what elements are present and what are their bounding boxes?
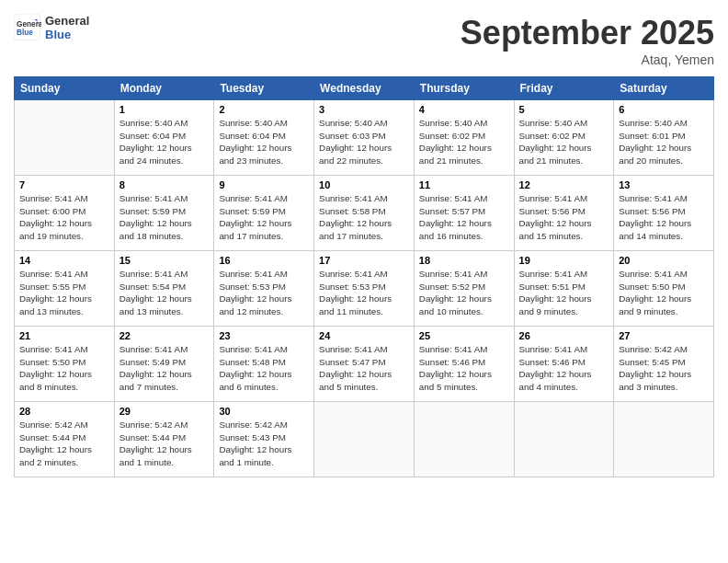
calendar-cell [614,402,714,477]
calendar-cell: 14Sunrise: 5:41 AMSunset: 5:55 PMDayligh… [15,251,115,327]
calendar-cell: 13Sunrise: 5:41 AMSunset: 5:56 PMDayligh… [614,176,714,251]
day-info: Sunrise: 5:41 AMSunset: 5:57 PMDaylight:… [419,192,509,243]
calendar-cell: 19Sunrise: 5:41 AMSunset: 5:51 PMDayligh… [514,251,614,327]
day-info: Sunrise: 5:41 AMSunset: 5:48 PMDaylight:… [219,343,309,394]
day-number: 20 [619,255,709,266]
day-number: 5 [519,104,609,115]
calendar-cell: 10Sunrise: 5:41 AMSunset: 5:58 PMDayligh… [314,176,415,251]
calendar-cell: 29Sunrise: 5:42 AMSunset: 5:44 PMDayligh… [114,402,214,477]
calendar-cell [314,402,415,477]
page-header: General Blue General Blue September 2025… [14,14,714,67]
day-number: 11 [419,179,509,190]
day-info: Sunrise: 5:41 AMSunset: 5:56 PMDaylight:… [619,192,709,243]
day-number: 29 [119,406,210,417]
svg-text:General: General [17,20,41,29]
calendar-cell: 5Sunrise: 5:40 AMSunset: 6:02 PMDaylight… [514,100,614,176]
day-info: Sunrise: 5:40 AMSunset: 6:02 PMDaylight:… [419,117,509,167]
day-number: 28 [19,406,109,417]
day-number: 19 [519,255,609,266]
day-number: 8 [119,179,210,190]
day-number: 17 [319,255,409,266]
calendar-cell [514,402,614,477]
calendar-cell: 8Sunrise: 5:41 AMSunset: 5:59 PMDaylight… [114,176,214,251]
day-number: 7 [19,179,109,190]
day-number: 9 [219,179,309,190]
day-info: Sunrise: 5:40 AMSunset: 6:04 PMDaylight:… [219,117,309,167]
day-number: 22 [119,330,210,341]
calendar-cell: 20Sunrise: 5:41 AMSunset: 5:50 PMDayligh… [614,251,714,327]
calendar-cell: 22Sunrise: 5:41 AMSunset: 5:49 PMDayligh… [114,327,214,402]
day-info: Sunrise: 5:42 AMSunset: 5:45 PMDaylight:… [619,343,709,394]
month-title: September 2025 [461,14,714,52]
calendar-cell: 18Sunrise: 5:41 AMSunset: 5:52 PMDayligh… [414,251,514,327]
weekday-header-thursday: Thursday [414,77,514,100]
calendar-table: SundayMondayTuesdayWednesdayThursdayFrid… [14,76,714,477]
day-info: Sunrise: 5:41 AMSunset: 5:50 PMDaylight:… [19,343,109,394]
calendar-cell: 25Sunrise: 5:41 AMSunset: 5:46 PMDayligh… [414,327,514,402]
day-info: Sunrise: 5:41 AMSunset: 5:54 PMDaylight:… [119,268,210,318]
day-info: Sunrise: 5:40 AMSunset: 6:01 PMDaylight:… [619,117,709,167]
day-number: 13 [619,179,709,190]
day-info: Sunrise: 5:41 AMSunset: 5:53 PMDaylight:… [319,268,409,318]
calendar-cell: 30Sunrise: 5:42 AMSunset: 5:43 PMDayligh… [214,402,314,477]
day-number: 21 [19,330,109,341]
calendar-week-4: 21Sunrise: 5:41 AMSunset: 5:50 PMDayligh… [15,327,714,402]
day-number: 10 [319,179,409,190]
day-number: 2 [219,104,309,115]
day-info: Sunrise: 5:41 AMSunset: 5:52 PMDaylight:… [419,268,509,318]
day-number: 1 [119,104,210,115]
calendar-cell: 6Sunrise: 5:40 AMSunset: 6:01 PMDaylight… [614,100,714,176]
calendar-cell: 2Sunrise: 5:40 AMSunset: 6:04 PMDaylight… [214,100,314,176]
day-number: 25 [419,330,509,341]
calendar-week-2: 7Sunrise: 5:41 AMSunset: 6:00 PMDaylight… [15,176,714,251]
location: Ataq, Yemen [461,52,714,67]
day-info: Sunrise: 5:40 AMSunset: 6:04 PMDaylight:… [119,117,210,167]
day-info: Sunrise: 5:41 AMSunset: 5:58 PMDaylight:… [319,192,409,243]
calendar-cell: 24Sunrise: 5:41 AMSunset: 5:47 PMDayligh… [314,327,415,402]
day-number: 12 [519,179,609,190]
calendar-cell: 28Sunrise: 5:42 AMSunset: 5:44 PMDayligh… [15,402,115,477]
day-number: 3 [319,104,409,115]
calendar-cell: 9Sunrise: 5:41 AMSunset: 5:59 PMDaylight… [214,176,314,251]
day-number: 30 [219,406,309,417]
weekday-header-sunday: Sunday [15,77,115,100]
day-info: Sunrise: 5:41 AMSunset: 5:59 PMDaylight:… [219,192,309,243]
weekday-header-saturday: Saturday [614,77,714,100]
calendar-cell: 21Sunrise: 5:41 AMSunset: 5:50 PMDayligh… [15,327,115,402]
day-info: Sunrise: 5:41 AMSunset: 5:59 PMDaylight:… [119,192,210,243]
calendar-cell: 1Sunrise: 5:40 AMSunset: 6:04 PMDaylight… [114,100,214,176]
day-number: 16 [219,255,309,266]
svg-text:Blue: Blue [17,29,33,37]
calendar-cell: 27Sunrise: 5:42 AMSunset: 5:45 PMDayligh… [614,327,714,402]
logo-icon: General Blue [14,14,41,41]
calendar-cell: 16Sunrise: 5:41 AMSunset: 5:53 PMDayligh… [214,251,314,327]
day-number: 15 [119,255,210,266]
day-info: Sunrise: 5:41 AMSunset: 5:49 PMDaylight:… [119,343,210,394]
calendar-cell [15,100,115,176]
day-info: Sunrise: 5:42 AMSunset: 5:43 PMDaylight:… [219,419,309,469]
day-info: Sunrise: 5:41 AMSunset: 5:46 PMDaylight:… [419,343,509,394]
weekday-header-monday: Monday [114,77,214,100]
logo-text-blue: Blue [45,28,89,41]
day-number: 18 [419,255,509,266]
day-info: Sunrise: 5:42 AMSunset: 5:44 PMDaylight:… [19,419,109,469]
day-info: Sunrise: 5:40 AMSunset: 6:02 PMDaylight:… [519,117,609,167]
calendar-week-3: 14Sunrise: 5:41 AMSunset: 5:55 PMDayligh… [15,251,714,327]
calendar-cell: 3Sunrise: 5:40 AMSunset: 6:03 PMDaylight… [314,100,415,176]
day-info: Sunrise: 5:41 AMSunset: 5:51 PMDaylight:… [519,268,609,318]
weekday-header-row: SundayMondayTuesdayWednesdayThursdayFrid… [15,77,714,100]
title-section: September 2025 Ataq, Yemen [461,14,714,67]
calendar-cell: 4Sunrise: 5:40 AMSunset: 6:02 PMDaylight… [414,100,514,176]
day-number: 24 [319,330,409,341]
day-number: 4 [419,104,509,115]
day-info: Sunrise: 5:41 AMSunset: 5:55 PMDaylight:… [19,268,109,318]
day-info: Sunrise: 5:41 AMSunset: 6:00 PMDaylight:… [19,192,109,243]
calendar-week-5: 28Sunrise: 5:42 AMSunset: 5:44 PMDayligh… [15,402,714,477]
calendar-cell: 11Sunrise: 5:41 AMSunset: 5:57 PMDayligh… [414,176,514,251]
calendar-cell: 7Sunrise: 5:41 AMSunset: 6:00 PMDaylight… [15,176,115,251]
day-info: Sunrise: 5:41 AMSunset: 5:47 PMDaylight:… [319,343,409,394]
calendar-cell: 23Sunrise: 5:41 AMSunset: 5:48 PMDayligh… [214,327,314,402]
calendar-cell [414,402,514,477]
day-info: Sunrise: 5:40 AMSunset: 6:03 PMDaylight:… [319,117,409,167]
day-number: 27 [619,330,709,341]
